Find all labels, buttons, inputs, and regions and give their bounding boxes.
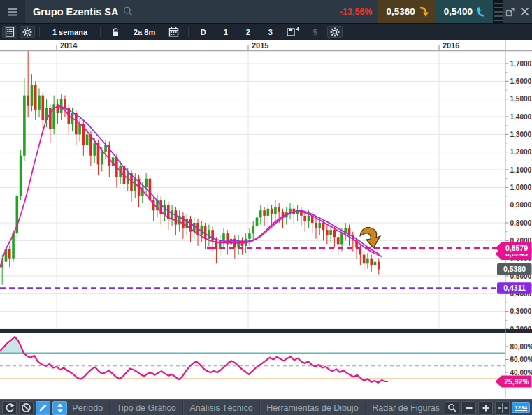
grid-layer: 201420152016 [0,41,532,330]
gear-icon [330,27,340,37]
svg-text:1,3000: 1,3000 [510,131,532,138]
menu-divider [182,402,183,414]
menu-herramientas-de-dibujo[interactable]: Herramientas de Dibujo [266,403,358,413]
svg-text:1,2000: 1,2000 [510,148,532,156]
svg-text:60,00%: 60,00% [510,356,532,363]
price-tag: 0,4311 [497,282,532,294]
list-icon [5,27,15,37]
draw-mode-button[interactable] [36,401,50,415]
toolbar-separator [100,27,101,37]
price-tag: 0,6579 [496,242,532,254]
hamburger-icon [7,7,18,17]
down-arrow-annotation [360,228,380,249]
svg-text:1,6000: 1,6000 [510,78,532,85]
svg-text:40,00%: 40,00% [510,369,532,377]
lock-open-icon [110,27,120,37]
interval-button-2[interactable]: 2 [238,26,258,38]
arrow-down-icon [419,6,429,17]
toolbar-separator [39,27,40,37]
interval-button-3[interactable]: 3 [260,26,280,38]
rsi-line [0,337,388,383]
lock-range-button[interactable] [105,26,125,38]
chart-svg[interactable]: 2014201520161,70001,60001,50001,40001,30… [0,40,532,399]
menu-analisis-tecnico[interactable]: Análisis Técnico [190,403,253,413]
menu-divider [365,402,366,414]
timeframe-dropdown[interactable]: 1 semana [44,26,96,38]
ma-fast-line [0,106,382,267]
settings-button[interactable] [327,26,343,38]
menu-radar-de-figuras[interactable]: Radar de Figuras [372,403,440,413]
sort-scale-button[interactable] [52,401,67,415]
crosshair-button[interactable] [495,401,510,415]
save-slot-number: 4 [296,26,299,32]
svg-text:0,6579: 0,6579 [505,244,528,252]
menu-periodo[interactable]: Período [72,403,103,413]
zoom-in-button[interactable] [478,401,493,415]
price-scale-numbers-button[interactable]: 1234 [512,402,530,413]
chart-settings-button[interactable] [20,26,35,38]
svg-text:2015: 2015 [252,41,268,50]
close-icon [519,6,530,17]
bid-price: 0,5360 [386,6,415,17]
svg-text:1,0000: 1,0000 [510,184,532,191]
visible-range-label[interactable]: 2a 8m [127,28,161,36]
chart-area: 2014201520161,70001,60001,50001,40001,30… [0,40,532,399]
search-button[interactable] [123,6,134,17]
svg-text:1,4000: 1,4000 [510,113,532,121]
price-tag: 0,5380 [497,263,532,275]
menu-divider [259,402,260,414]
close-window-button[interactable] [517,0,532,23]
svg-text:0,8000: 0,8000 [510,219,532,227]
templates-button[interactable] [2,26,17,38]
zoom-out-button[interactable] [461,401,476,415]
pencil-icon [38,402,48,413]
calendar-icon [168,27,179,37]
pane-divider [0,329,532,333]
rsi-overbought-fill [0,337,388,353]
ban-icon [21,402,31,413]
interval-button-d[interactable]: D [193,26,213,38]
trading-app-window: Grupo Ezentis SA -13,56% 0,5360 0,5400 [0,0,532,415]
ask-price: 0,5400 [444,6,473,17]
svg-text:25,92%: 25,92% [504,377,529,386]
slot-5-button[interactable]: 5 [305,26,325,38]
menu-tipo-de-grafico[interactable]: Tipo de Gráfico [117,403,176,413]
restore-window-button[interactable] [503,0,517,23]
change-percent: -13,56% [340,7,373,17]
svg-text:2016: 2016 [443,41,459,50]
minus-icon [465,404,473,412]
price-tag: 25,92% [496,375,532,387]
arrow-up-icon [476,6,485,17]
disable-drawings-button[interactable] [19,401,34,415]
candles-layer [1,51,380,284]
svg-text:2014: 2014 [60,41,78,50]
refresh-icon [4,402,15,413]
plus-icon [482,404,490,412]
zoom-search-button[interactable] [445,401,459,415]
calendar-button[interactable] [164,26,184,38]
ask-price-button[interactable]: 0,5400 [436,0,493,23]
hamburger-menu-button[interactable] [0,0,25,23]
svg-text:1,5000: 1,5000 [510,95,532,103]
search-icon [123,6,134,17]
svg-text:80,00%: 80,00% [510,343,532,351]
floppy-save-icon [287,27,295,36]
instrument-title: Grupo Ezentis SA [33,6,118,17]
up-down-arrows-icon [55,402,65,414]
bottom-toolbar: Período Tipo de Gráfico Análisis Técnico… [0,399,532,415]
save-slot-4-button[interactable]: 4 [282,26,303,38]
svg-text:0,3000: 0,3000 [510,307,532,315]
crosshair-icon [498,403,508,413]
svg-text:0,5380: 0,5380 [503,265,526,273]
interval-button-1[interactable]: 1 [215,26,236,38]
svg-text:1,7000: 1,7000 [510,60,532,68]
chart-toolbar: 1 semana 2a 8m D 1 2 3 [0,23,532,40]
restore-icon [505,6,516,17]
depth-ladder-widget[interactable] [493,0,503,23]
magnifier-icon [447,403,457,413]
svg-text:1,1000: 1,1000 [510,166,532,174]
window-title-bar: Grupo Ezentis SA -13,56% 0,5360 0,5400 [0,0,532,23]
refresh-button[interactable] [2,401,17,415]
toolbar-separator [188,27,189,37]
bid-price-button[interactable]: 0,5360 [378,0,436,23]
